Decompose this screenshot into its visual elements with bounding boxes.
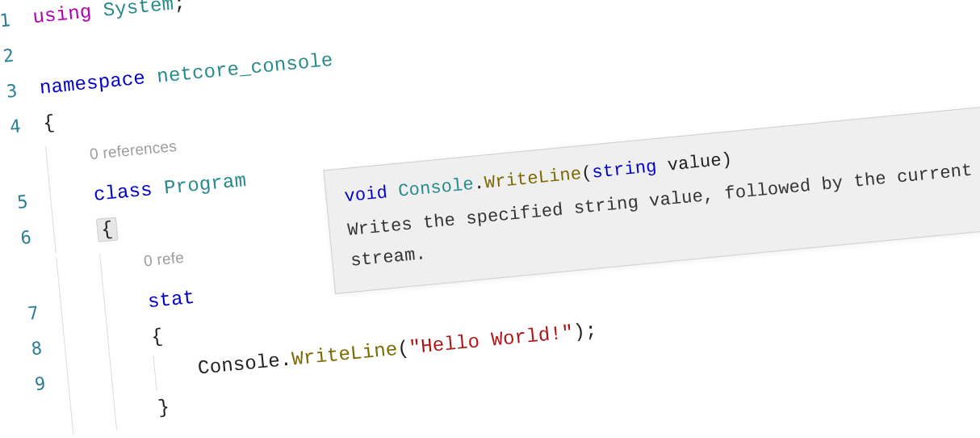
codelens-references[interactable]: 0 references	[89, 137, 178, 162]
matching-brace: {	[96, 217, 118, 242]
codelens-references[interactable]: 0 refe	[143, 249, 185, 270]
code-editor[interactable]: 1 using System; 2 3 namespace netcore_co…	[0, 0, 980, 438]
